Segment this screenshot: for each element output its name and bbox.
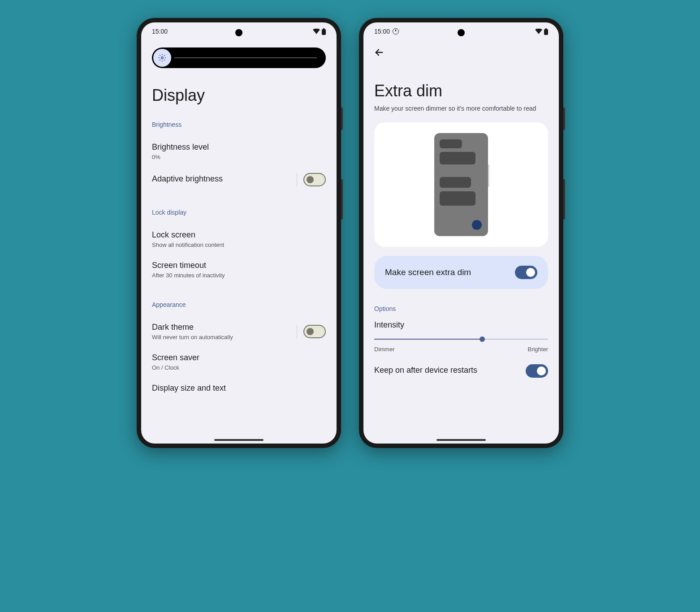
battery-icon [544, 28, 548, 35]
screen-saver-row[interactable]: Screen saver On / Clock [152, 347, 326, 377]
timer-icon [393, 28, 399, 34]
setting-title: Lock screen [152, 230, 326, 240]
preview-phone [434, 133, 488, 236]
nav-indicator[interactable] [214, 439, 264, 441]
divider [297, 173, 297, 186]
keep-on-label: Keep on after device restarts [374, 366, 477, 375]
setting-sub: 0% [152, 154, 326, 160]
setting-sub: After 30 minutes of inactivity [152, 272, 326, 279]
status-time: 15:00 [374, 28, 390, 35]
brightness-knob[interactable] [153, 49, 171, 67]
setting-title: Adaptive brightness [152, 174, 292, 184]
keep-on-row[interactable]: Keep on after device restarts [374, 358, 548, 384]
page-title: Display [152, 86, 326, 105]
section-brightness: Brightness [152, 121, 326, 128]
content: Extra dim Make your screen dimmer so it'… [363, 39, 559, 442]
back-button[interactable] [374, 47, 548, 59]
lock-screen-row[interactable]: Lock screen Show all notification conten… [152, 224, 326, 254]
section-options: Options [374, 305, 548, 312]
camera-cutout [235, 29, 242, 36]
display-size-row[interactable]: Display size and text [152, 377, 326, 401]
setting-sub: Show all notification content [152, 241, 326, 248]
preview-fab [472, 220, 482, 230]
phone-extra-dim: 15:00 Extra dim Make your screen dimmer … [359, 18, 563, 448]
wifi-icon [535, 29, 542, 34]
wifi-icon [313, 29, 320, 34]
setting-title: Dark theme [152, 323, 292, 332]
slider-max-label: Brighter [527, 346, 548, 353]
screen-timeout-row[interactable]: Screen timeout After 30 minutes of inact… [152, 254, 326, 285]
dark-theme-row[interactable]: Dark theme Will never turn on automatica… [152, 316, 326, 347]
slider-min-label: Dimmer [374, 346, 395, 353]
setting-title: Screen saver [152, 353, 326, 362]
svg-point-2 [161, 57, 164, 59]
content: Display Brightness Brightness level 0% A… [141, 39, 337, 442]
slider-fill [374, 339, 482, 340]
divider [297, 325, 297, 338]
brightness-track [174, 57, 317, 58]
preview-block [440, 152, 475, 164]
extra-dim-toggle[interactable] [515, 266, 537, 279]
battery-icon [322, 28, 326, 35]
section-appearance: Appearance [152, 301, 326, 308]
svg-rect-3 [544, 29, 548, 35]
setting-sub: On / Clock [152, 364, 326, 371]
section-lock: Lock display [152, 209, 326, 216]
preview-block [440, 191, 475, 206]
intensity-row: Intensity Dimmer Brighter [374, 320, 548, 353]
camera-cutout [458, 29, 465, 36]
setting-sub: Will never turn on automatically [152, 334, 292, 340]
adaptive-brightness-row[interactable]: Adaptive brightness [152, 167, 326, 193]
phone-display-settings: 15:00 Display Brightness Brightness leve… [137, 18, 341, 448]
page-title: Extra dim [374, 82, 548, 100]
adaptive-brightness-toggle[interactable] [303, 173, 326, 186]
intensity-slider[interactable] [374, 339, 548, 340]
svg-rect-4 [545, 28, 547, 29]
preview-block [440, 177, 471, 188]
intensity-title: Intensity [374, 320, 548, 330]
setting-title: Brightness level [152, 142, 326, 152]
keep-on-toggle[interactable] [526, 364, 548, 378]
brightness-slider[interactable] [152, 47, 326, 68]
screen: 15:00 Display Brightness Brightness leve… [141, 22, 337, 444]
setting-title: Display size and text [152, 384, 326, 393]
page-subtitle: Make your screen dimmer so it's more com… [374, 104, 548, 113]
extra-dim-label: Make screen extra dim [385, 267, 471, 277]
status-time: 15:00 [152, 28, 168, 35]
svg-rect-1 [323, 28, 324, 29]
screen: 15:00 Extra dim Make your screen dimmer … [363, 22, 559, 444]
preview-block [440, 139, 462, 148]
svg-rect-0 [322, 29, 326, 35]
extra-dim-toggle-card[interactable]: Make screen extra dim [374, 256, 548, 289]
setting-title: Screen timeout [152, 261, 326, 270]
dark-theme-toggle[interactable] [303, 325, 326, 338]
slider-thumb[interactable] [480, 336, 485, 342]
gear-icon [158, 54, 166, 62]
brightness-level-row[interactable]: Brightness level 0% [152, 136, 326, 167]
preview-card [374, 122, 548, 247]
arrow-left-icon [374, 47, 384, 57]
nav-indicator[interactable] [436, 439, 486, 441]
